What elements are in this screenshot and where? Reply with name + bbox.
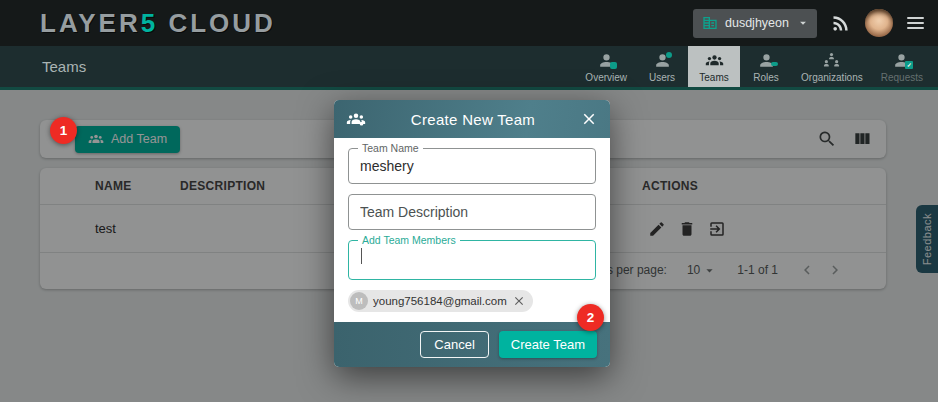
page-nav-bar: Teams Overview Users Teams bbox=[0, 46, 938, 90]
create-team-modal: Create New Team Team Name Add Team Membe… bbox=[334, 100, 610, 367]
top-header: LAYER5 CLOUD dusdjhyeon bbox=[0, 0, 938, 46]
section-tabs: Overview Users Teams Role bbox=[576, 46, 932, 87]
member-chips: M young756184@gmail.com bbox=[348, 290, 596, 322]
modal-footer: Cancel Create Team bbox=[334, 322, 610, 367]
close-icon[interactable] bbox=[580, 110, 598, 128]
member-email: young756184@gmail.com bbox=[373, 295, 507, 307]
team-description-input[interactable] bbox=[349, 195, 595, 229]
team-description-field-wrapper bbox=[348, 194, 596, 230]
broadcast-rss-icon[interactable] bbox=[831, 13, 851, 33]
logo-part1: LAYER bbox=[40, 8, 141, 38]
building-icon bbox=[702, 15, 718, 31]
modal-header: Create New Team bbox=[334, 100, 610, 138]
team-name-label: Team Name bbox=[358, 142, 423, 154]
tab-label: Roles bbox=[753, 72, 779, 83]
org-hierarchy-icon bbox=[822, 51, 841, 70]
layer5-cloud-logo: LAYER5 CLOUD bbox=[0, 8, 276, 39]
modal-body: Team Name Add Team Members M young756184… bbox=[334, 138, 610, 322]
tab-organizations[interactable]: Organizations bbox=[792, 46, 872, 87]
team-name-input[interactable] bbox=[349, 149, 595, 183]
step-2-badge: 2 bbox=[577, 304, 604, 331]
groups-icon bbox=[705, 51, 724, 70]
tab-users[interactable]: Users bbox=[636, 46, 688, 87]
tab-label: Teams bbox=[699, 72, 728, 83]
team-name-field-wrapper: Team Name bbox=[348, 148, 596, 184]
tab-requests[interactable]: ✓ Requests bbox=[872, 46, 932, 87]
person-key-icon bbox=[757, 51, 776, 70]
tab-overview[interactable]: Overview bbox=[576, 46, 636, 87]
person-badge-icon bbox=[597, 51, 616, 70]
organization-name: dusdjhyeon bbox=[725, 16, 789, 30]
person-check-icon: ✓ bbox=[892, 51, 911, 70]
page-title: Teams bbox=[0, 58, 86, 75]
remove-member-icon[interactable] bbox=[512, 294, 526, 308]
tab-label: Requests bbox=[881, 72, 923, 83]
tab-label: Organizations bbox=[801, 72, 863, 83]
modal-title: Create New Team bbox=[366, 111, 580, 128]
groups-icon bbox=[346, 109, 366, 129]
member-avatar: M bbox=[350, 292, 368, 310]
header-controls: dusdjhyeon bbox=[693, 0, 924, 46]
member-chip: M young756184@gmail.com bbox=[348, 290, 533, 312]
tab-teams[interactable]: Teams bbox=[688, 46, 740, 87]
chevron-down-icon bbox=[796, 16, 810, 30]
tab-label: Overview bbox=[585, 72, 627, 83]
step-1-badge: 1 bbox=[50, 117, 77, 144]
menu-icon[interactable] bbox=[907, 17, 924, 29]
person-dot-icon bbox=[653, 51, 672, 70]
tab-label: Users bbox=[649, 72, 675, 83]
organization-selector[interactable]: dusdjhyeon bbox=[693, 9, 817, 38]
create-team-button[interactable]: Create Team bbox=[499, 331, 597, 358]
app-screen: LAYER5 CLOUD dusdjhyeon Teams bbox=[0, 0, 938, 402]
add-members-label: Add Team Members bbox=[358, 234, 460, 246]
add-members-input[interactable] bbox=[349, 241, 595, 279]
text-cursor bbox=[361, 248, 362, 264]
logo-accent: 5 bbox=[141, 8, 158, 38]
logo-part2: CLOUD bbox=[158, 8, 276, 38]
cancel-button[interactable]: Cancel bbox=[420, 331, 488, 358]
add-members-field-wrapper: Add Team Members bbox=[348, 240, 596, 280]
tab-roles[interactable]: Roles bbox=[740, 46, 792, 87]
user-avatar[interactable] bbox=[865, 9, 893, 37]
